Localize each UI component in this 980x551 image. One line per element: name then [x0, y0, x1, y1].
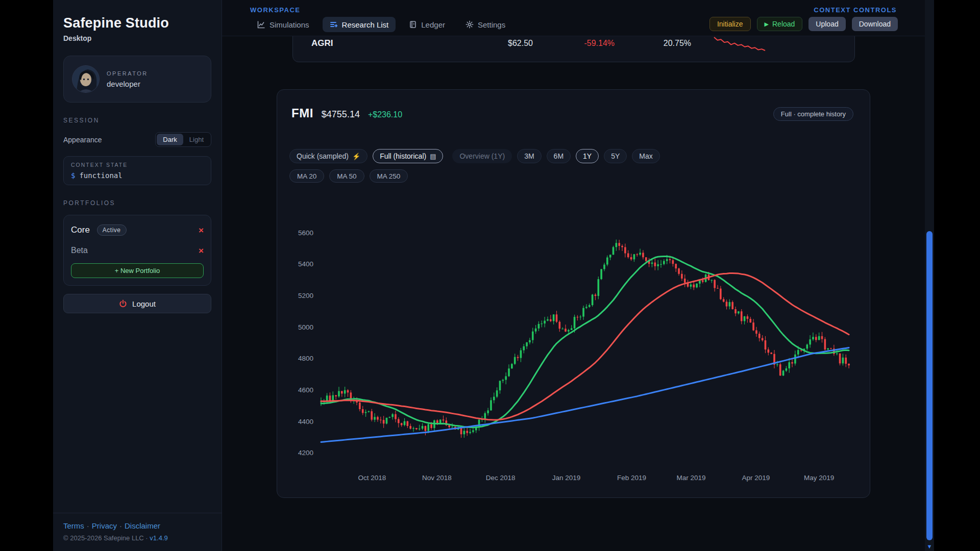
overview-button[interactable]: Overview (1Y) — [452, 149, 512, 163]
svg-text:5200: 5200 — [298, 292, 313, 299]
reload-button[interactable]: ▶ Reload — [757, 17, 803, 31]
portfolio-row-beta[interactable]: Beta × — [71, 243, 204, 258]
sidebar: Safepine Studio Desktop OPERATOR develop… — [53, 0, 222, 551]
theme-dark-option[interactable]: Dark — [157, 134, 183, 145]
context-state-text: functional — [79, 171, 122, 180]
moving-average-lines — [321, 256, 849, 442]
context-state-heading: CONTEXT STATE — [71, 162, 204, 168]
ma250-button[interactable]: MA 250 — [370, 169, 408, 183]
context-state-value: $functional — [71, 171, 204, 180]
tab-simulations[interactable]: Simulations — [250, 17, 316, 32]
theme-toggle[interactable]: Dark Light — [155, 132, 211, 147]
logout-label: Logout — [132, 299, 156, 308]
candlestick-chart[interactable]: 42004400460048005000520054005600Oct 2018… — [277, 207, 871, 485]
session-heading: SESSION — [63, 117, 211, 124]
app-subtitle: Desktop — [63, 34, 211, 42]
svg-text:4800: 4800 — [298, 355, 313, 362]
lightning-icon: ⚡ — [352, 153, 360, 160]
prompt-symbol: $ — [71, 171, 75, 180]
vertical-scrollbar[interactable]: ▼ — [925, 0, 934, 551]
close-icon[interactable]: × — [199, 246, 204, 255]
svg-text:4400: 4400 — [298, 418, 313, 425]
svg-text:5400: 5400 — [298, 260, 313, 268]
disclaimer-link[interactable]: Disclaimer — [125, 521, 160, 530]
operator-label: OPERATOR — [107, 70, 148, 77]
avatar — [72, 65, 100, 93]
version-link[interactable]: v1.4.9 — [150, 534, 167, 542]
operator-card: OPERATOR developer — [63, 56, 211, 103]
tab-label: Ledger — [421, 20, 445, 29]
range-5y-button[interactable]: 5Y — [604, 149, 627, 163]
operator-name: developer — [107, 80, 148, 88]
price-cell: $62.50 — [467, 39, 533, 48]
context-controls-label: CONTEXT CONTROLS — [814, 6, 897, 14]
mode-quick-button[interactable]: Quick (sampled) ⚡ — [289, 149, 368, 163]
tab-ledger[interactable]: Ledger — [402, 17, 452, 32]
portfolio-name[interactable]: Core — [71, 225, 90, 235]
privacy-link[interactable]: Privacy — [92, 521, 117, 530]
workspace-label: WORKSPACE — [250, 6, 300, 14]
tab-label: Simulations — [270, 20, 309, 29]
svg-text:May 2019: May 2019 — [804, 474, 834, 482]
download-button[interactable]: Download — [852, 17, 898, 31]
svg-text:4600: 4600 — [298, 386, 313, 394]
play-icon: ▶ — [765, 21, 769, 28]
app-title: Safepine Studio — [63, 15, 211, 31]
ledger-book-icon — [409, 20, 417, 29]
scrollbar-thumb[interactable] — [926, 231, 933, 540]
svg-text:Nov 2018: Nov 2018 — [422, 474, 452, 482]
ma50-button[interactable]: MA 50 — [329, 169, 364, 183]
logout-button[interactable]: Logout — [63, 294, 211, 313]
ma20-button[interactable]: MA 20 — [289, 169, 324, 183]
workspace-tabs: Simulations Research List Ledger — [250, 17, 512, 32]
copyright: © 2025-2026 Safepine LLC · v1.4.9 — [63, 534, 212, 542]
svg-text:5600: 5600 — [298, 229, 313, 237]
upload-button[interactable]: Upload — [808, 17, 845, 31]
range-3m-button[interactable]: 3M — [517, 149, 541, 163]
volatility-cell: 20.75% — [639, 39, 691, 48]
tab-research-list[interactable]: Research List — [323, 17, 396, 32]
symbol-cell[interactable]: AGRI — [311, 38, 333, 48]
table-row[interactable]: AGRI $62.50 -59.14% 20.75% — [293, 34, 854, 55]
range-6m-button[interactable]: 6M — [547, 149, 571, 163]
range-max-button[interactable]: Max — [632, 149, 659, 163]
portfolio-row-core[interactable]: Core Active × — [71, 222, 204, 238]
range-1y-button[interactable]: 1Y — [576, 149, 599, 163]
portfolio-name[interactable]: Beta — [71, 246, 88, 255]
tab-label: Research List — [342, 20, 389, 29]
terms-link[interactable]: Terms — [63, 521, 84, 530]
svg-text:4200: 4200 — [298, 449, 313, 457]
separator: · — [87, 521, 89, 530]
main-area: AGRI $62.50 -59.14% 20.75% WORKSPACE CON… — [222, 0, 925, 551]
initialize-button[interactable]: Initialize — [709, 17, 751, 31]
svg-text:Jan 2019: Jan 2019 — [552, 474, 581, 482]
svg-text:Mar 2019: Mar 2019 — [676, 474, 705, 482]
change-cell: -59.14% — [556, 39, 615, 48]
scroll-down-icon[interactable]: ▼ — [925, 543, 934, 549]
theme-light-option[interactable]: Light — [183, 134, 210, 145]
power-icon — [119, 299, 127, 308]
chart-axes: 42004400460048005000520054005600Oct 2018… — [298, 229, 834, 482]
portfolios-heading: PORTFOLIOS — [63, 199, 211, 207]
screen: Safepine Studio Desktop OPERATOR develop… — [0, 0, 980, 551]
appearance-label: Appearance — [63, 136, 102, 144]
workspace-topbar: WORKSPACE CONTEXT CONTROLS Simulations R… — [222, 0, 925, 36]
mode-label: Full (historical) — [380, 152, 426, 160]
chart-change: +$236.10 — [368, 110, 402, 119]
line-chart-icon — [257, 20, 265, 29]
mode-full-button[interactable]: Full (historical) ▤ — [373, 149, 443, 163]
database-icon: ▤ — [430, 153, 436, 160]
separator: · — [119, 521, 122, 530]
sparkline-chart — [713, 35, 766, 54]
reload-label: Reload — [772, 20, 795, 28]
active-badge: Active — [97, 224, 127, 236]
portfolios-card: Core Active × Beta × + New Portfolio — [63, 215, 211, 286]
tab-settings[interactable]: Settings — [458, 17, 512, 32]
svg-text:Dec 2018: Dec 2018 — [486, 474, 516, 482]
new-portfolio-button[interactable]: + New Portfolio — [71, 263, 204, 278]
svg-text:Oct 2018: Oct 2018 — [358, 474, 386, 482]
close-icon[interactable]: × — [199, 226, 204, 235]
ma-toolbar: MA 20 MA 50 MA 250 — [289, 169, 408, 183]
sidebar-footer: Terms·Privacy·Disclaimer © 2025-2026 Saf… — [53, 513, 222, 551]
tab-label: Settings — [478, 20, 505, 29]
